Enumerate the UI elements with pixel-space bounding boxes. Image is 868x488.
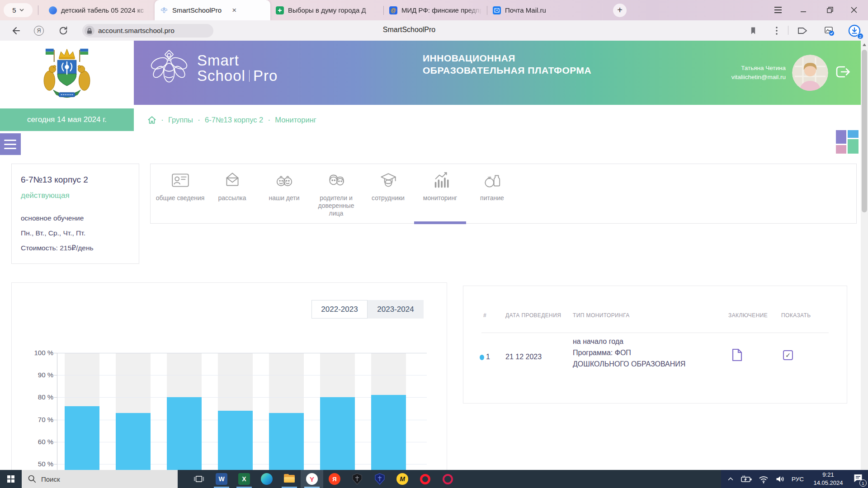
- bookmark-button[interactable]: [747, 25, 759, 37]
- scrollbar-thumb[interactable]: [862, 50, 867, 212]
- breadcrumb-separator: ·: [268, 115, 270, 125]
- lock-icon[interactable]: [85, 26, 94, 36]
- group-education: основное обучение: [21, 213, 130, 224]
- group-status: действующая: [21, 191, 130, 200]
- close-icon: [851, 7, 857, 13]
- taskbar-app-mir-tankov[interactable]: M: [391, 470, 414, 488]
- breadcrumb-item[interactable]: Группы: [168, 116, 193, 124]
- scroll-up-arrow[interactable]: [863, 43, 866, 46]
- extension-image-translate-button[interactable]: [823, 25, 835, 37]
- taskbar-app-yandex-browser[interactable]: Y: [301, 470, 323, 488]
- section-tab-label: мониторинг: [423, 194, 457, 202]
- restore-button[interactable]: [822, 4, 838, 16]
- taskbar-search[interactable]: Поиск: [22, 470, 178, 488]
- bookmark-icon: [749, 26, 758, 35]
- bar-chart: 100 %90 %80 %70 %60 %50 %: [57, 353, 426, 470]
- extension-collections-button[interactable]: [797, 25, 808, 37]
- page-scrollbar[interactable]: [861, 41, 868, 470]
- tab-title: МИД РФ: финские предпр: [401, 6, 481, 14]
- grid-tile-pink: [836, 145, 846, 154]
- gridline: [57, 375, 427, 375]
- reload-button[interactable]: [57, 25, 69, 37]
- taskbar-app-word[interactable]: W: [210, 470, 233, 488]
- home-icon[interactable]: [147, 116, 156, 124]
- browser-tab[interactable]: @МИД РФ: финские предпр: [384, 0, 487, 20]
- axis-tick: [54, 464, 57, 465]
- taskbar-app-excel[interactable]: X: [233, 470, 255, 488]
- avatar[interactable]: [792, 55, 828, 91]
- taskbar-app-opera[interactable]: [414, 470, 436, 488]
- address-bar[interactable]: account.smartschool.pro: [82, 24, 213, 38]
- breadcrumb-item[interactable]: 6-7№13 корпус 2: [205, 116, 263, 124]
- bar[interactable]: [65, 406, 99, 470]
- minimize-button[interactable]: [796, 4, 811, 16]
- tab-chart[interactable]: мониторинг: [414, 164, 466, 224]
- brand-line-2: School: [197, 68, 245, 84]
- browser-tab[interactable]: детский табель 05 2024 кс: [43, 0, 155, 20]
- tagline-line-2: ОБРАЗОВАТЕЛЬНАЯ ПЛАТФОРМА: [423, 65, 591, 77]
- taskbar-app-yandex[interactable]: Я: [323, 470, 346, 488]
- downloads-button[interactable]: 2: [847, 23, 862, 38]
- row-monitoring-type: на начало годаПрограмма: ФОПДОШКОЛЬНОГО …: [573, 336, 685, 370]
- browser-tab[interactable]: Почта Mail.ru: [487, 0, 594, 20]
- keyboard-language[interactable]: РУС: [792, 476, 804, 483]
- region-emblem: [0, 41, 134, 105]
- tab-id-card[interactable]: общие сведения: [154, 164, 206, 224]
- task-view-button[interactable]: [188, 470, 210, 488]
- back-button[interactable]: [9, 25, 21, 37]
- bar[interactable]: [269, 413, 304, 470]
- taskbar-app-opera-gx[interactable]: [436, 470, 459, 488]
- children-icon: [274, 170, 295, 191]
- tab-food[interactable]: питание: [466, 164, 518, 224]
- sidebar-menu-button[interactable]: [0, 133, 21, 155]
- browser-tab[interactable]: Выборы в думу города Д: [270, 0, 383, 20]
- y-axis-label: 80 %: [22, 393, 53, 401]
- tab-children[interactable]: наши дети: [258, 164, 310, 224]
- browser-tab-active[interactable]: SmartSchoolPro×: [155, 0, 270, 20]
- taskbar-app-explorer[interactable]: [278, 470, 301, 488]
- menu-icon: [774, 7, 782, 13]
- close-window-button[interactable]: [846, 4, 862, 16]
- bar[interactable]: [320, 397, 355, 470]
- season-tab-button[interactable]: 2022-2023: [311, 300, 368, 319]
- toolbar-more-button[interactable]: [771, 25, 783, 37]
- date-bar: сегодня 14 мая 2024 г.: [0, 108, 134, 131]
- volume-icon[interactable]: [775, 474, 786, 484]
- taskbar-app-tanks-dark[interactable]: [346, 470, 368, 488]
- bar[interactable]: [116, 413, 151, 470]
- yandex-home-button[interactable]: Я: [34, 26, 44, 36]
- show-checkbox[interactable]: ✓: [783, 350, 793, 360]
- layout-switcher[interactable]: [836, 130, 859, 154]
- bar[interactable]: [218, 411, 253, 470]
- battery-icon[interactable]: [741, 474, 752, 484]
- taskbar-app-edge[interactable]: [255, 470, 278, 488]
- system-tray: РУС 9:21 14.05.2024 1: [726, 470, 868, 488]
- graduate-icon: [378, 170, 399, 191]
- tab-counter-button[interactable]: 5: [4, 3, 33, 17]
- wifi-icon[interactable]: [758, 474, 769, 484]
- new-tab-button[interactable]: +: [613, 4, 627, 17]
- taskbar-app-tanks-blue[interactable]: [368, 470, 391, 488]
- tray-expand-icon[interactable]: [726, 475, 735, 483]
- tab-graduate[interactable]: сотрудники: [362, 164, 414, 224]
- axis-tick: [54, 397, 57, 398]
- image-check-icon: [824, 25, 835, 36]
- spreadsheet-favicon: [276, 6, 284, 14]
- action-center-button[interactable]: 1: [853, 473, 863, 485]
- start-button[interactable]: [0, 470, 22, 488]
- y-axis-label: 50 %: [22, 460, 53, 468]
- windows-logo-icon: [7, 475, 14, 483]
- browser-menu-button[interactable]: [770, 4, 786, 16]
- tab-parents[interactable]: родители и доверенные лица: [310, 164, 362, 224]
- season-tab-button[interactable]: 2023-2024: [368, 300, 424, 319]
- tray-clock[interactable]: 9:21 14.05.2024: [810, 471, 847, 487]
- row-date: 21 12 2023: [505, 353, 542, 361]
- tab-close-icon[interactable]: ×: [232, 6, 236, 15]
- logout-button[interactable]: [835, 65, 851, 81]
- type-line: Программа: ФОП: [573, 347, 685, 358]
- bar[interactable]: [167, 397, 202, 470]
- bar[interactable]: [371, 395, 406, 470]
- breadcrumb-item[interactable]: Мониторинг: [275, 116, 316, 124]
- tab-mail[interactable]: рассылка: [206, 164, 258, 224]
- conclusion-document-button[interactable]: [732, 348, 742, 363]
